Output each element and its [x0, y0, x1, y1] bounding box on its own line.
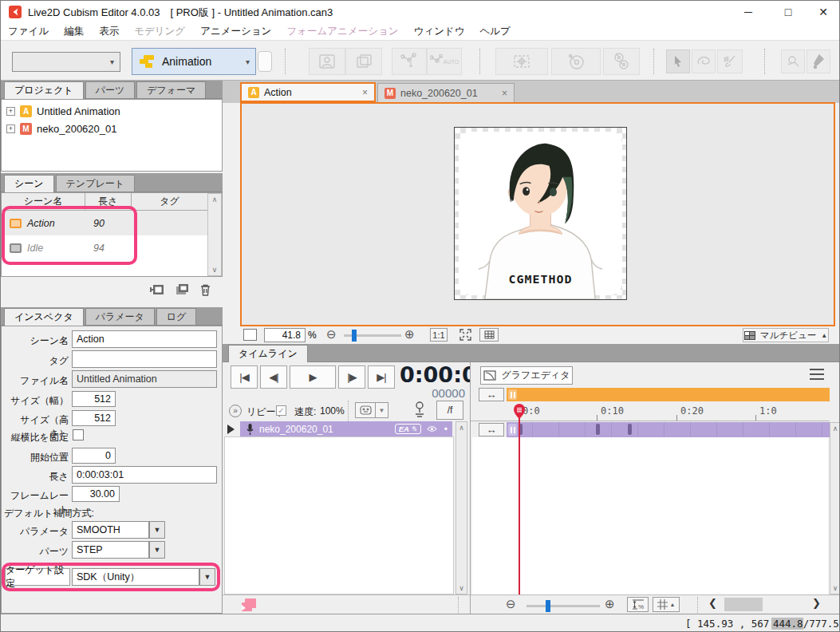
- column-scene-name[interactable]: シーン名: [2, 193, 85, 210]
- menu-animation[interactable]: アニメーション: [200, 25, 271, 38]
- folder-icon[interactable]: [242, 598, 257, 611]
- keyframe-marker[interactable]: [596, 424, 600, 435]
- scroll-right-icon[interactable]: ❯: [812, 597, 821, 609]
- tree-expander-icon[interactable]: +: [6, 124, 15, 133]
- track-bar-handle[interactable]: [508, 424, 517, 436]
- parts-interp-field[interactable]: STEP: [72, 541, 149, 559]
- timeline-zoom-out-icon[interactable]: ⊖: [506, 597, 516, 611]
- scale-percent-icon[interactable]: %: [627, 597, 649, 612]
- next-frame-button[interactable]: |▶: [338, 365, 365, 389]
- background-color-swatch[interactable]: [243, 329, 257, 341]
- range-fit-button[interactable]: ↔: [479, 388, 504, 401]
- tab-deformer[interactable]: デフォーマ: [136, 81, 206, 98]
- model-track-header[interactable]: neko_200620_01 EA✎ •: [240, 421, 452, 436]
- track-range-fit-button[interactable]: ↔: [479, 423, 504, 436]
- fit-view-icon[interactable]: [455, 328, 475, 342]
- tab-close-icon[interactable]: ×: [502, 88, 507, 99]
- timeline-zoom-slider-handle[interactable]: [546, 600, 550, 612]
- scene-table-scrollbar[interactable]: ∧∨: [207, 193, 222, 276]
- timeline-zoom-in-icon[interactable]: ⊕: [605, 597, 615, 611]
- menu-file[interactable]: ファイル: [8, 25, 49, 38]
- tab-template[interactable]: テンプレート: [56, 175, 135, 192]
- parameter-interp-dropdown-icon[interactable]: ▼: [149, 521, 165, 539]
- scene-row-action[interactable]: Action 90: [2, 211, 207, 235]
- close-button[interactable]: ✕: [811, 3, 835, 21]
- column-tag[interactable]: タグ: [132, 193, 207, 210]
- tab-timeline[interactable]: タイムライン: [228, 345, 308, 362]
- parts-interp-dropdown-icon[interactable]: ▼: [149, 541, 165, 559]
- zoom-slider[interactable]: [344, 334, 401, 337]
- tree-item-animation[interactable]: + A Untitled Animation: [6, 102, 222, 120]
- start-position-field[interactable]: 0: [72, 448, 116, 464]
- scroll-left-icon[interactable]: ❮: [708, 597, 717, 609]
- onion-skin-icon[interactable]: [355, 402, 376, 418]
- graph-editor-button[interactable]: グラフエディタ: [480, 366, 573, 385]
- width-field[interactable]: 512: [72, 391, 116, 407]
- target-setting-field[interactable]: SDK（Unity）: [72, 568, 199, 586]
- scene-row-idle[interactable]: Idle 94: [2, 235, 207, 260]
- tree-item-model[interactable]: + M neko_200620_01: [6, 120, 222, 137]
- menu-window[interactable]: ウィンドウ: [414, 25, 465, 38]
- column-length[interactable]: 長さ: [85, 193, 132, 210]
- document-tab-model[interactable]: M neko_200620_01 ×: [377, 83, 515, 103]
- aspect-lock-checkbox[interactable]: [73, 429, 84, 440]
- height-field[interactable]: 512: [72, 410, 116, 426]
- character-model[interactable]: CGMETHOD: [455, 128, 626, 299]
- track-expand-icon[interactable]: [227, 425, 235, 434]
- onion-skin-dropdown-icon[interactable]: ▼: [376, 402, 388, 418]
- track-solo-dot-icon[interactable]: •: [444, 424, 448, 435]
- mode-expand-button[interactable]: [258, 51, 272, 72]
- tab-log[interactable]: ログ: [156, 308, 197, 325]
- track-visibility-eye-icon[interactable]: [427, 425, 437, 433]
- add-scene-icon[interactable]: [150, 283, 165, 299]
- grid-toggle-icon[interactable]: [479, 328, 499, 342]
- tab-project[interactable]: プロジェクト: [4, 81, 84, 99]
- zoom-slider-handle[interactable]: [352, 330, 357, 342]
- minimize-button[interactable]: ─: [736, 3, 760, 21]
- duplicate-scene-icon[interactable]: [175, 283, 190, 299]
- playhead-pin-icon[interactable]: [512, 403, 526, 421]
- workspace-mode-dropdown[interactable]: Animation ▾: [132, 48, 256, 75]
- tab-parameter[interactable]: パラメータ: [85, 308, 155, 325]
- multiview-button[interactable]: マルチビュー ▲: [743, 328, 829, 342]
- repeat-checkbox[interactable]: ✓: [276, 405, 286, 416]
- scene-duration-bar[interactable]: [507, 388, 830, 401]
- menu-help[interactable]: ヘルプ: [480, 25, 511, 38]
- duration-bar-handle[interactable]: [508, 389, 517, 400]
- horizontal-scrollbar-thumb[interactable]: [724, 598, 763, 611]
- play-button[interactable]: ▶: [290, 365, 336, 389]
- zoom-level-field[interactable]: 41.8: [264, 328, 306, 342]
- model-track-bar[interactable]: [507, 422, 830, 437]
- timeline-menu-icon[interactable]: [810, 369, 824, 380]
- parameter-interp-field[interactable]: SMOOTH: [72, 521, 149, 539]
- target-setting-dropdown-icon[interactable]: ▼: [199, 568, 215, 586]
- length-field[interactable]: 0:00:03:01: [72, 466, 217, 484]
- zoom-out-icon[interactable]: ⊖: [326, 327, 337, 342]
- tree-expander-icon[interactable]: +: [6, 107, 15, 116]
- expand-options-icon[interactable]: »: [229, 405, 242, 417]
- speed-value[interactable]: 100%: [320, 405, 345, 417]
- arrow-select-tool-button[interactable]: [666, 49, 690, 73]
- maximize-button[interactable]: □: [776, 3, 800, 21]
- snap-grid-icon[interactable]: ▲: [653, 597, 680, 612]
- playhead-line[interactable]: [519, 405, 520, 594]
- frame-unit-button[interactable]: /f: [436, 401, 463, 420]
- tab-close-icon[interactable]: ×: [362, 87, 368, 98]
- go-to-end-button[interactable]: ▶|: [368, 365, 395, 389]
- tab-inspector[interactable]: インスペクタ: [4, 308, 84, 326]
- keyframe-marker[interactable]: [628, 424, 632, 435]
- zoom-100-button[interactable]: 1:1: [430, 328, 448, 342]
- animation-viewport[interactable]: CGMETHOD: [240, 102, 835, 326]
- go-to-start-button[interactable]: |◀: [231, 365, 258, 389]
- framerate-field[interactable]: 30.00: [72, 486, 120, 502]
- delete-scene-icon[interactable]: [199, 283, 211, 300]
- timeline-left-scrollbar[interactable]: ∧∨: [455, 421, 467, 594]
- previous-frame-button[interactable]: ◀|: [260, 365, 287, 389]
- timeline-right-scrollbar[interactable]: ∧∨: [830, 422, 840, 594]
- tab-scene[interactable]: シーン: [4, 175, 54, 192]
- scene-name-field[interactable]: Action: [72, 330, 217, 348]
- tag-field[interactable]: [72, 350, 217, 368]
- menu-view[interactable]: 表示: [99, 25, 119, 38]
- zoom-in-icon[interactable]: ⊕: [404, 327, 415, 342]
- document-tab-action[interactable]: A Action ×: [240, 82, 376, 102]
